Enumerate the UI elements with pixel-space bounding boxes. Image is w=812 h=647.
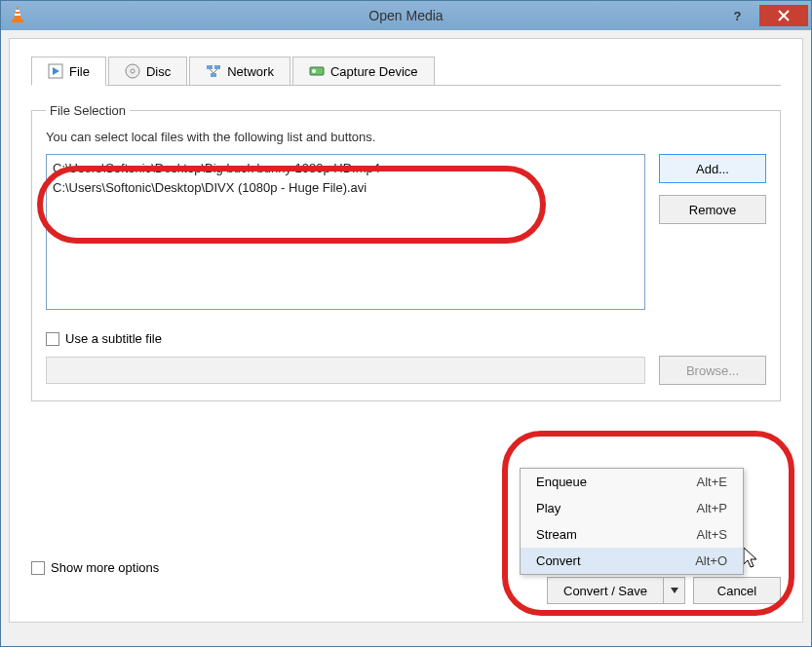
- svg-marker-0: [14, 6, 21, 19]
- menu-item-shortcut: Alt+O: [695, 553, 727, 568]
- use-subtitle-label: Use a subtitle file: [65, 331, 162, 346]
- convert-save-button[interactable]: Convert / Save: [547, 577, 664, 604]
- svg-line-13: [210, 69, 213, 73]
- remove-button[interactable]: Remove: [659, 195, 766, 224]
- close-button[interactable]: [759, 5, 808, 26]
- capture-device-icon: [309, 63, 325, 79]
- close-icon: [778, 10, 790, 21]
- menu-item-convert[interactable]: Convert Alt+O: [521, 548, 743, 574]
- open-media-dialog: Open Media ? File Disc: [0, 0, 812, 647]
- cancel-button[interactable]: Cancel: [693, 577, 781, 604]
- tab-label: Network: [227, 64, 274, 79]
- window-title: Open Media: [1, 8, 811, 23]
- browse-subtitle-button: Browse...: [659, 356, 766, 385]
- tab-label: Capture Device: [330, 64, 418, 79]
- titlebar: Open Media ?: [1, 1, 811, 30]
- svg-point-9: [131, 69, 135, 73]
- file-selection-legend: File Selection: [46, 103, 130, 118]
- svg-marker-18: [744, 548, 756, 567]
- file-list-item[interactable]: C:\Users\Softonic\Desktop\Big buck bunny…: [53, 159, 638, 178]
- tab-label: Disc: [146, 64, 171, 79]
- tab-label: File: [69, 64, 90, 79]
- menu-item-enqueue[interactable]: Enqueue Alt+E: [521, 469, 743, 495]
- tab-strip: File Disc Network Capture Device: [31, 57, 781, 86]
- file-list-item[interactable]: C:\Users\Softonic\Desktop\DIVX (1080p - …: [53, 178, 638, 198]
- bottom-button-bar: Convert / Save Cancel: [547, 577, 781, 604]
- disc-icon: [125, 63, 140, 79]
- convert-save-split-button: Convert / Save: [547, 577, 685, 604]
- svg-rect-10: [207, 65, 213, 69]
- svg-rect-1: [16, 10, 19, 12]
- menu-item-shortcut: Alt+P: [697, 501, 727, 515]
- svg-rect-3: [12, 19, 23, 22]
- subtitle-section: Use a subtitle file Browse...: [46, 331, 766, 385]
- convert-save-dropdown-toggle[interactable]: [664, 577, 685, 604]
- menu-item-play[interactable]: Play Alt+P: [521, 495, 743, 521]
- menu-item-stream[interactable]: Stream Alt+S: [521, 521, 743, 548]
- subtitle-path-input: [46, 357, 645, 384]
- svg-rect-11: [214, 65, 220, 69]
- convert-save-dropdown-menu: Enqueue Alt+E Play Alt+P Stream Alt+S Co…: [520, 468, 744, 575]
- help-button[interactable]: ?: [715, 5, 759, 26]
- show-more-options-label: Show more options: [51, 560, 159, 575]
- tab-capture-device[interactable]: Capture Device: [292, 57, 435, 85]
- vlc-cone-icon: [9, 5, 26, 27]
- menu-item-label: Enqueue: [536, 475, 587, 489]
- file-tab-panel: File Selection You can select local file…: [31, 86, 781, 401]
- mouse-cursor-icon: [744, 548, 761, 569]
- menu-item-label: Play: [536, 501, 561, 515]
- menu-item-shortcut: Alt+S: [697, 527, 727, 542]
- file-selection-group: File Selection You can select local file…: [31, 103, 781, 401]
- menu-item-label: Stream: [536, 527, 577, 542]
- show-more-options-checkbox[interactable]: [31, 561, 45, 575]
- menu-item-label: Convert: [536, 553, 581, 568]
- add-button[interactable]: Add...: [659, 154, 766, 183]
- svg-rect-2: [15, 14, 20, 16]
- file-list[interactable]: C:\Users\Softonic\Desktop\Big buck bunny…: [46, 154, 645, 310]
- svg-marker-17: [671, 588, 678, 593]
- network-icon: [206, 63, 221, 79]
- tab-disc[interactable]: Disc: [108, 57, 187, 85]
- use-subtitle-checkbox[interactable]: [46, 332, 59, 346]
- svg-line-14: [213, 69, 217, 73]
- file-play-icon: [48, 63, 63, 79]
- file-selection-hint: You can select local files with the foll…: [46, 130, 766, 144]
- dialog-content: File Disc Network Capture Device: [9, 38, 803, 623]
- menu-item-shortcut: Alt+E: [697, 475, 727, 489]
- svg-rect-12: [211, 73, 216, 77]
- svg-point-16: [312, 69, 316, 73]
- show-more-options-row: Show more options: [31, 560, 159, 575]
- chevron-down-icon: [671, 588, 678, 593]
- tab-file[interactable]: File: [31, 57, 106, 86]
- tab-network[interactable]: Network: [189, 57, 290, 85]
